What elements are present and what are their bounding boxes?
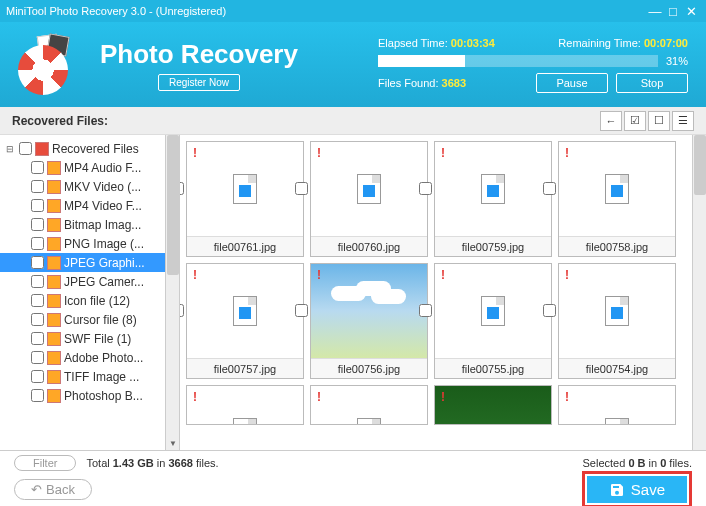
thumbnail-filename: file00759.jpg [435, 236, 551, 256]
tree-item[interactable]: Photoshop B... [0, 386, 179, 405]
tree-item-checkbox[interactable] [31, 161, 44, 174]
tree-root-checkbox[interactable] [19, 142, 32, 155]
grid-scrollbar[interactable] [692, 135, 706, 450]
save-icon [609, 482, 625, 498]
close-button[interactable]: ✕ [682, 4, 700, 19]
thumbnail-checkbox[interactable] [295, 304, 308, 317]
tree-item[interactable]: JPEG Camer... [0, 272, 179, 291]
filter-button[interactable]: Filter [14, 455, 76, 471]
file-tree: ⊟Recovered FilesMP4 Audio F...MKV Video … [0, 135, 180, 450]
warning-icon: ! [317, 268, 321, 282]
tree-item-label: MP4 Audio F... [64, 161, 141, 175]
nav-back-button[interactable]: ← [600, 111, 622, 131]
grid-scroll-thumb[interactable] [694, 135, 706, 195]
thumbnail[interactable]: ! [558, 385, 676, 425]
tree-item-checkbox[interactable] [31, 218, 44, 231]
tree-item[interactable]: MP4 Audio F... [0, 158, 179, 177]
tree-item-checkbox[interactable] [31, 237, 44, 250]
thumbnail-checkbox[interactable] [419, 182, 432, 195]
tree-item-checkbox[interactable] [31, 351, 44, 364]
file-placeholder-icon [357, 174, 381, 204]
thumbnail[interactable]: ! [310, 385, 428, 425]
tree-item[interactable]: Bitmap Imag... [0, 215, 179, 234]
tree-item-label: Cursor file (8) [64, 313, 137, 327]
tree-item-label: Photoshop B... [64, 389, 143, 403]
tree-item-checkbox[interactable] [31, 199, 44, 212]
tree-item-checkbox[interactable] [31, 313, 44, 326]
tree-item-checkbox[interactable] [31, 275, 44, 288]
deselect-all-button[interactable]: ☐ [648, 111, 670, 131]
warning-icon: ! [441, 146, 445, 160]
thumbnail[interactable]: ! [186, 385, 304, 425]
thumbnail[interactable]: ! [434, 385, 552, 425]
pause-button[interactable]: Pause [536, 73, 608, 93]
thumbnail-checkbox[interactable] [543, 304, 556, 317]
tree-item[interactable]: Cursor file (8) [0, 310, 179, 329]
file-placeholder-icon [233, 174, 257, 204]
subheader: Recovered Files: ← ☑ ☐ ☰ [0, 107, 706, 135]
filetype-icon [47, 294, 61, 308]
filetype-icon [47, 180, 61, 194]
files-found-value: 3683 [442, 77, 466, 89]
files-found-label: Files Found: [378, 77, 439, 89]
subheader-title: Recovered Files: [12, 114, 598, 128]
tree-item-checkbox[interactable] [31, 180, 44, 193]
stop-button[interactable]: Stop [616, 73, 688, 93]
file-placeholder-icon [481, 296, 505, 326]
maximize-button[interactable]: □ [664, 4, 682, 19]
filetype-icon [47, 332, 61, 346]
tree-item[interactable]: MKV Video (... [0, 177, 179, 196]
tree-item[interactable]: PNG Image (... [0, 234, 179, 253]
tree-item-label: PNG Image (... [64, 237, 144, 251]
file-placeholder-icon [357, 418, 381, 425]
view-list-button[interactable]: ☰ [672, 111, 694, 131]
thumbnail-checkbox[interactable] [419, 304, 432, 317]
thumbnail[interactable]: !file00758.jpg [558, 141, 676, 257]
tree-root[interactable]: ⊟Recovered Files [0, 139, 179, 158]
warning-icon: ! [565, 390, 569, 404]
tree-item-checkbox[interactable] [31, 294, 44, 307]
thumbnail[interactable]: !file00754.jpg [558, 263, 676, 379]
register-button[interactable]: Register Now [158, 74, 240, 91]
minimize-button[interactable]: — [646, 4, 664, 19]
select-all-button[interactable]: ☑ [624, 111, 646, 131]
thumbnail-checkbox[interactable] [543, 182, 556, 195]
elapsed-label: Elapsed Time: [378, 37, 448, 49]
thumbnail-checkbox[interactable] [295, 182, 308, 195]
save-button[interactable]: Save [587, 476, 687, 503]
save-highlight: Save [582, 471, 692, 506]
filetype-icon [47, 237, 61, 251]
tree-item-checkbox[interactable] [31, 370, 44, 383]
tree-item-checkbox[interactable] [31, 389, 44, 402]
tree-item[interactable]: Icon file (12) [0, 291, 179, 310]
tree-item[interactable]: JPEG Graphi... [0, 253, 179, 272]
file-placeholder-icon [605, 174, 629, 204]
thumbnail-filename: file00758.jpg [559, 236, 675, 256]
back-button[interactable]: ↶Back [14, 479, 92, 500]
tree-item-label: JPEG Graphi... [64, 256, 145, 270]
tree-item-checkbox[interactable] [31, 332, 44, 345]
window-titlebar: MiniTool Photo Recovery 3.0 - (Unregiste… [0, 0, 706, 22]
tree-item[interactable]: TIFF Image ... [0, 367, 179, 386]
thumbnail[interactable]: !file00761.jpg [186, 141, 304, 257]
thumbnail[interactable]: !file00756.jpg [310, 263, 428, 379]
tree-item-label: Adobe Photo... [64, 351, 143, 365]
thumbnail-checkbox[interactable] [180, 182, 184, 195]
thumbnail[interactable]: !file00759.jpg [434, 141, 552, 257]
thumbnail-grid: !file00761.jpg!file00760.jpg!file00759.j… [180, 135, 706, 450]
thumbnail-checkbox[interactable] [180, 304, 184, 317]
tree-item[interactable]: SWF File (1) [0, 329, 179, 348]
thumbnail[interactable]: !file00757.jpg [186, 263, 304, 379]
thumbnail[interactable]: !file00755.jpg [434, 263, 552, 379]
tree-scrollbar[interactable] [165, 135, 179, 450]
footer: Filter Total 1.43 GB in 3668 files. Sele… [0, 450, 706, 506]
tree-scroll-thumb[interactable] [167, 135, 179, 275]
filetype-icon [47, 389, 61, 403]
filetype-icon [47, 275, 61, 289]
tree-item[interactable]: MP4 Video F... [0, 196, 179, 215]
tree-item-checkbox[interactable] [31, 256, 44, 269]
warning-icon: ! [317, 146, 321, 160]
tree-item[interactable]: Adobe Photo... [0, 348, 179, 367]
thumbnail[interactable]: !file00760.jpg [310, 141, 428, 257]
thumbnail-filename: file00754.jpg [559, 358, 675, 378]
